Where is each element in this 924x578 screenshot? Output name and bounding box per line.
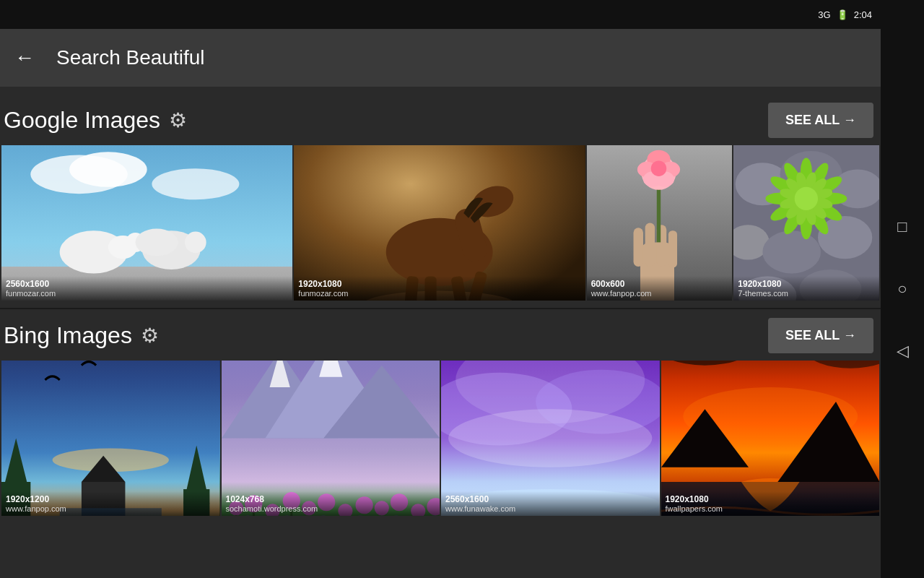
bing-image-mtnflowers-size: 1024x768	[226, 494, 436, 504]
google-image-doves[interactable]: 2560x1600 funmozar.com	[1, 145, 292, 301]
bing-image-icewater-size: 2560x1600	[445, 494, 655, 504]
google-image-doves-source: funmozar.com	[6, 289, 288, 298]
page-title: Search Beautiful	[56, 46, 204, 69]
circle-nav-icon[interactable]: ○	[897, 280, 907, 298]
google-image-flower-stones-size: 1920x1080	[738, 279, 875, 289]
bing-images-settings-icon[interactable]: ⚙	[141, 324, 159, 348]
google-images-see-all-button[interactable]: SEE ALL →	[768, 103, 873, 138]
google-image-horse-size: 1920x1080	[298, 279, 580, 289]
bing-image-lake-source: www.fanpop.com	[6, 504, 216, 513]
google-images-section: Google Images ⚙ SEE ALL →	[0, 94, 881, 301]
nav-sidebar: □ ○ ◁	[881, 0, 924, 578]
svg-rect-22	[633, 228, 642, 267]
bing-image-sunsetwater[interactable]: 1920x1080 fwallpapers.com	[661, 361, 880, 516]
bing-image-lake[interactable]: 1920x1200 www.fanpop.com	[1, 361, 220, 516]
google-image-rose-size: 600x600	[591, 279, 728, 289]
bing-images-title-group: Bing Images ⚙	[4, 322, 159, 349]
google-image-doves-meta: 2560x1600 funmozar.com	[1, 276, 292, 301]
signal-indicator: 3G	[818, 9, 830, 20]
main-content: ← Search Beautiful Google Images ⚙ SEE A…	[0, 0, 881, 578]
svg-point-126	[448, 409, 652, 467]
google-images-header: Google Images ⚙ SEE ALL →	[0, 94, 881, 145]
bing-images-grid: 1920x1200 www.fanpop.com	[0, 361, 881, 516]
status-bar: 3G 🔋 2:04	[0, 0, 881, 29]
bing-image-icewater-source: www.funawake.com	[445, 504, 655, 513]
app-bar: ← Search Beautiful	[0, 29, 881, 87]
google-image-flower-stones[interactable]: 1920x1080 7-themes.com	[733, 145, 879, 301]
scroll-area[interactable]: Google Images ⚙ SEE ALL →	[0, 87, 881, 578]
bing-image-icewater[interactable]: 2560x1600 www.funawake.com	[441, 361, 660, 516]
bing-image-sunsetwater-source: fwallpapers.com	[666, 504, 876, 513]
bing-image-icewater-meta: 2560x1600 www.funawake.com	[441, 491, 660, 516]
google-image-doves-size: 2560x1600	[6, 279, 288, 289]
svg-point-67	[795, 187, 818, 210]
svg-point-2	[69, 152, 147, 186]
battery-indicator: 🔋	[837, 9, 848, 20]
square-nav-icon[interactable]: □	[897, 217, 907, 236]
bing-images-section: Bing Images ⚙ SEE ALL →	[0, 309, 881, 516]
svg-point-9	[185, 232, 206, 254]
bing-image-sunsetwater-meta: 1920x1080 fwallpapers.com	[661, 491, 880, 516]
bing-image-mtnflowers[interactable]: 1024x768 sochamoti.wordpress.com	[222, 361, 440, 516]
google-images-title: Google Images	[4, 107, 160, 134]
svg-point-3	[152, 168, 239, 199]
google-image-rose-source: www.fanpop.com	[591, 289, 728, 298]
google-image-flower-stones-meta: 1920x1080 7-themes.com	[733, 276, 879, 301]
google-image-horse-source: funmozar.com	[298, 289, 580, 298]
bing-images-header: Bing Images ⚙ SEE ALL →	[0, 309, 881, 361]
back-nav-icon[interactable]: ◁	[897, 342, 909, 361]
clock: 2:04	[854, 9, 872, 20]
google-image-flower-stones-source: 7-themes.com	[738, 289, 875, 298]
svg-rect-25	[668, 230, 677, 267]
bing-image-mtnflowers-meta: 1024x768 sochamoti.wordpress.com	[222, 491, 440, 516]
bing-image-sunsetwater-size: 1920x1080	[666, 494, 876, 504]
svg-rect-23	[645, 223, 654, 267]
bing-image-mtnflowers-source: sochamoti.wordpress.com	[226, 504, 436, 513]
bing-images-title: Bing Images	[4, 322, 132, 349]
back-button[interactable]: ←	[14, 46, 35, 69]
bing-image-lake-size: 1920x1200	[6, 494, 216, 504]
bing-images-see-all-button[interactable]: SEE ALL →	[768, 318, 873, 353]
svg-point-33	[650, 160, 666, 176]
bing-image-lake-meta: 1920x1200 www.fanpop.com	[1, 491, 220, 516]
google-image-horse[interactable]: 1920x1080 funmozar.com	[294, 145, 585, 301]
google-images-settings-icon[interactable]: ⚙	[169, 108, 187, 132]
svg-point-10	[136, 229, 178, 256]
google-image-rose[interactable]: 600x600 www.fanpop.com	[587, 145, 733, 301]
google-image-rose-meta: 600x600 www.fanpop.com	[587, 276, 733, 301]
google-images-title-group: Google Images ⚙	[4, 107, 187, 134]
google-images-grid: 2560x1600 funmozar.com	[0, 145, 881, 301]
google-image-horse-meta: 1920x1080 funmozar.com	[294, 276, 585, 301]
svg-point-39	[763, 230, 821, 273]
